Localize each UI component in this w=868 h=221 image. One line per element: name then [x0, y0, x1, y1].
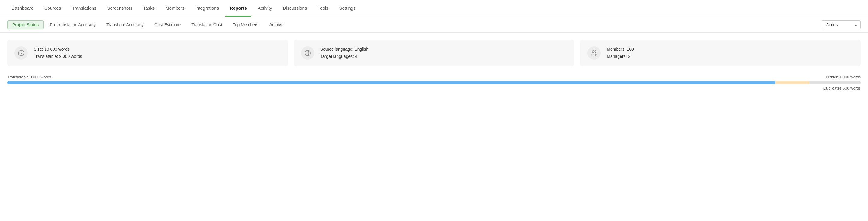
- nav-item-integrations[interactable]: Integrations: [191, 0, 223, 17]
- progress-bar-hidden: [809, 81, 861, 84]
- progress-bar-container: [7, 81, 861, 84]
- card-line1-0: Size: 10 000 words: [34, 46, 82, 53]
- sub-nav: Project StatusPre-translation AccuracyTr…: [0, 17, 868, 33]
- subnav-item-translator-accuracy[interactable]: Translator Accuracy: [101, 21, 148, 29]
- nav-item-settings[interactable]: Settings: [335, 0, 360, 17]
- nav-item-translations[interactable]: Translations: [67, 0, 100, 17]
- subnav-item-cost-estimate[interactable]: Cost Estimate: [150, 21, 185, 29]
- info-card-1: Source language: EnglishTarget languages…: [294, 40, 575, 66]
- info-card-2: Members: 100Managers: 2: [580, 40, 861, 66]
- info-card-0: Size: 10 000 wordsTranslatable: 9 000 wo…: [7, 40, 288, 66]
- card-line2-2: Managers: 2: [607, 53, 633, 60]
- card-text-2: Members: 100Managers: 2: [607, 46, 633, 60]
- svg-point-2: [592, 51, 594, 53]
- words-select-wrapper: WordsSegmentsPercent: [822, 20, 861, 29]
- progress-bar-main: [7, 81, 775, 84]
- subnav-item-archive[interactable]: Archive: [264, 21, 288, 29]
- card-line2-0: Translatable: 9 000 words: [34, 53, 82, 60]
- subnav-item-project-status[interactable]: Project Status: [7, 20, 44, 29]
- top-nav: DashboardSourcesTranslationsScreenshotsT…: [0, 0, 868, 17]
- card-line1-2: Members: 100: [607, 46, 633, 53]
- duplicates-label: Duplicates 500 words: [824, 86, 861, 90]
- nav-item-discussions[interactable]: Discussions: [278, 0, 311, 17]
- info-cards: Size: 10 000 wordsTranslatable: 9 000 wo…: [7, 40, 861, 66]
- nav-item-sources[interactable]: Sources: [40, 0, 65, 17]
- progress-section: Translatable 9 000 words Hidden 1 000 wo…: [7, 75, 861, 96]
- nav-item-tasks[interactable]: Tasks: [139, 0, 159, 17]
- nav-item-screenshots[interactable]: Screenshots: [103, 0, 136, 17]
- nav-item-reports[interactable]: Reports: [225, 0, 251, 17]
- hidden-label: Hidden 1 000 words: [826, 75, 861, 79]
- progress-sublabels: Duplicates 500 words: [7, 86, 861, 90]
- nav-item-members[interactable]: Members: [161, 0, 189, 17]
- progress-bar-dup: [775, 81, 809, 84]
- subnav-item-pre-translation-accuracy[interactable]: Pre-translation Accuracy: [45, 21, 100, 29]
- card-text-0: Size: 10 000 wordsTranslatable: 9 000 wo…: [34, 46, 82, 60]
- main-content: Size: 10 000 wordsTranslatable: 9 000 wo…: [0, 33, 868, 96]
- words-select[interactable]: WordsSegmentsPercent: [822, 20, 861, 29]
- subnav-item-top-members[interactable]: Top Members: [228, 21, 264, 29]
- members-icon: [587, 46, 601, 60]
- card-line2-1: Target languages: 4: [320, 53, 369, 60]
- nav-item-activity[interactable]: Activity: [253, 0, 276, 17]
- circle-icon: [14, 46, 28, 60]
- card-line1-1: Source language: English: [320, 46, 369, 53]
- nav-item-dashboard[interactable]: Dashboard: [7, 0, 38, 17]
- card-text-1: Source language: EnglishTarget languages…: [320, 46, 369, 60]
- progress-labels: Translatable 9 000 words Hidden 1 000 wo…: [7, 75, 861, 79]
- nav-item-tools[interactable]: Tools: [313, 0, 333, 17]
- subnav-item-translation-cost[interactable]: Translation Cost: [187, 21, 227, 29]
- globe-icon: [301, 46, 314, 60]
- translatable-label: Translatable 9 000 words: [7, 75, 51, 79]
